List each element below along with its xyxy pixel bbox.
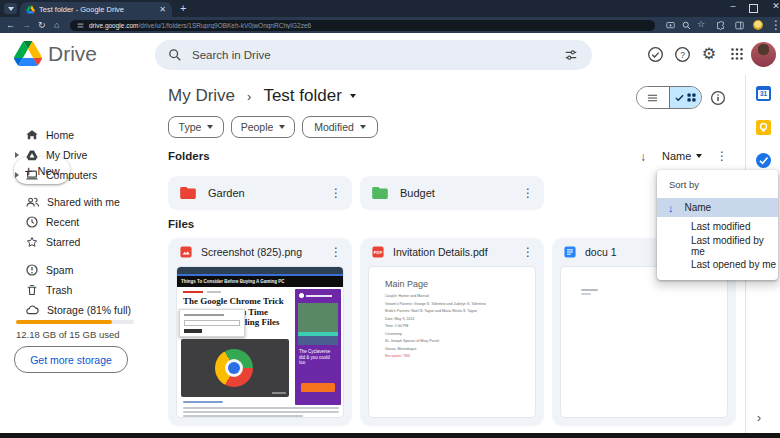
file-thumbnail-pdf: Main Page Couple: Hunter and Marisol Gro…	[368, 266, 536, 418]
sort-direction-arrow-icon[interactable]: ↓	[640, 150, 646, 164]
svg-text:PDF: PDF	[374, 250, 383, 255]
extensions-icon[interactable]	[716, 21, 725, 30]
filter-chip-type[interactable]: Type	[168, 116, 224, 138]
breadcrumb: My Drive › Test folder	[168, 84, 356, 108]
keep-icon[interactable]	[756, 120, 771, 135]
home-button[interactable]: ⌂	[54, 17, 59, 33]
chevron-down-icon	[8, 7, 14, 11]
file-thumbnail-doc	[560, 266, 728, 418]
filter-chip-modified[interactable]: Modified	[302, 116, 378, 138]
trash-icon	[26, 284, 38, 296]
drive-favicon-icon	[26, 5, 35, 14]
folder-card-garden[interactable]: Garden ⋮	[168, 176, 352, 210]
sidebar-item-recent[interactable]: Recent	[0, 212, 150, 231]
folder-more-button[interactable]: ⋮	[522, 187, 534, 199]
zoom-icon[interactable]	[682, 21, 691, 30]
sidebar-item-home[interactable]: Home	[0, 125, 150, 144]
minimize-button[interactable]: –	[726, 1, 740, 11]
bookmark-star-icon[interactable]: ☆	[697, 19, 705, 29]
sort-field-button[interactable]: Name	[662, 150, 702, 162]
sidebar-item-storage[interactable]: Storage (81% full)	[0, 300, 150, 319]
pdf-title: Main Page	[385, 279, 428, 289]
file-more-button[interactable]: ⋮	[330, 246, 342, 258]
new-tab-button[interactable]: +	[180, 3, 186, 14]
folder-icon	[180, 186, 196, 200]
breadcrumb-current-folder[interactable]: Test folder	[263, 86, 341, 106]
filter-chip-people[interactable]: People	[231, 116, 295, 138]
folder-card-budget[interactable]: Budget ⋮	[360, 176, 544, 210]
sidebar-item-my-drive[interactable]: My Drive	[0, 145, 150, 164]
show-side-panel-chevron-icon[interactable]: ›	[757, 411, 761, 425]
tab-title: Test folder - Google Drive	[39, 5, 155, 14]
get-more-storage-button[interactable]: Get more storage	[14, 346, 128, 373]
search-bar[interactable]: Search in Drive	[155, 40, 592, 70]
account-avatar[interactable]	[751, 42, 776, 67]
sort-option-last-modified-by-me[interactable]: Last modified by me	[657, 236, 778, 255]
install-app-icon[interactable]	[666, 21, 675, 30]
apps-grid-icon[interactable]	[726, 43, 748, 65]
breadcrumb-my-drive[interactable]: My Drive	[168, 86, 235, 106]
tab-search-button[interactable]	[4, 3, 17, 14]
list-more-options-button[interactable]: ⋮	[716, 150, 728, 162]
expand-arrow-icon[interactable]	[15, 172, 19, 178]
window-close-button[interactable]: ✕	[769, 1, 780, 11]
help-icon[interactable]: ?	[671, 43, 693, 65]
browser-tab[interactable]: Test folder - Google Drive ✕	[20, 2, 172, 17]
grid-view-button[interactable]	[669, 87, 702, 108]
sort-menu: Sort by ↓ Name Last modified Last modifi…	[657, 170, 778, 280]
folder-icon	[372, 186, 388, 200]
expand-arrow-icon[interactable]	[15, 152, 19, 158]
browser-toolbar: ← → ↻ ⌂ drive.google.com/drive/u/1/folde…	[0, 17, 780, 33]
settings-gear-icon[interactable]: ⚙	[698, 42, 720, 64]
sidebar-item-shared-with-me[interactable]: Shared with me	[0, 192, 150, 211]
sidebar-item-spam[interactable]: Spam	[0, 260, 150, 279]
breadcrumb-separator-icon: ›	[247, 89, 251, 104]
computers-icon	[26, 169, 38, 181]
back-button[interactable]: ←	[6, 17, 15, 33]
offline-status-icon[interactable]	[644, 43, 666, 65]
file-card-invitation-pdf[interactable]: PDF Invitation Details.pdf ⋮ Main Page C…	[360, 238, 544, 426]
sort-arrow-down-icon: ↓	[668, 202, 674, 214]
url-domain: drive.google.com	[89, 22, 139, 29]
home-icon	[26, 129, 38, 141]
url-bar[interactable]: drive.google.com/drive/u/1/folders/1SRup…	[70, 20, 655, 31]
chevron-down-icon	[360, 125, 366, 129]
drive-logo-icon	[14, 41, 42, 66]
folder-actions-caret-icon[interactable]	[350, 94, 356, 98]
article-top-bar: Things To Consider Before Buying A Gamin…	[177, 276, 344, 287]
grid-icon	[687, 93, 696, 102]
sidebar-item-starred[interactable]: Starred	[0, 232, 150, 251]
folder-more-button[interactable]: ⋮	[330, 187, 342, 199]
tab-close-icon[interactable]: ✕	[159, 5, 166, 14]
list-view-button[interactable]	[637, 87, 669, 108]
search-options-icon[interactable]	[564, 48, 578, 62]
chevron-down-icon	[696, 154, 702, 158]
file-card-screenshot[interactable]: Screenshot (825).png ⋮ Things To Conside…	[168, 238, 352, 426]
sort-option-name[interactable]: ↓ Name	[657, 198, 778, 217]
pdf-file-icon: PDF	[372, 246, 384, 258]
sort-option-last-opened-by-me[interactable]: Last opened by me	[657, 255, 778, 274]
sidebar-item-computers[interactable]: Computers	[0, 165, 150, 184]
maximize-button[interactable]	[749, 4, 758, 13]
list-icon	[647, 93, 658, 103]
info-icon[interactable]	[710, 90, 726, 106]
search-placeholder: Search in Drive	[192, 49, 564, 61]
tasks-icon[interactable]	[756, 153, 771, 168]
browser-menu-icon[interactable]: ⋮	[770, 19, 780, 31]
file-more-button[interactable]: ⋮	[522, 246, 534, 258]
reload-button[interactable]: ↻	[38, 17, 46, 33]
sort-option-last-modified[interactable]: Last modified	[657, 217, 778, 236]
left-sidebar: + New Home My Drive Computers Shared wit…	[0, 75, 155, 433]
clock-icon	[26, 216, 38, 228]
file-name: Screenshot (825).png	[201, 246, 330, 258]
browser-profile-avatar[interactable]	[753, 20, 763, 30]
sidebar-item-trash[interactable]: Trash	[0, 280, 150, 299]
files-heading: Files	[168, 218, 194, 230]
inline-dialog-screenshot	[179, 309, 245, 337]
storage-progress-fill	[16, 320, 112, 324]
screen-bottom-edge	[0, 433, 780, 438]
search-icon	[168, 48, 182, 62]
calendar-icon[interactable]: 31	[756, 86, 771, 101]
forward-button[interactable]: →	[22, 17, 31, 33]
side-panel-icon[interactable]	[735, 21, 744, 30]
